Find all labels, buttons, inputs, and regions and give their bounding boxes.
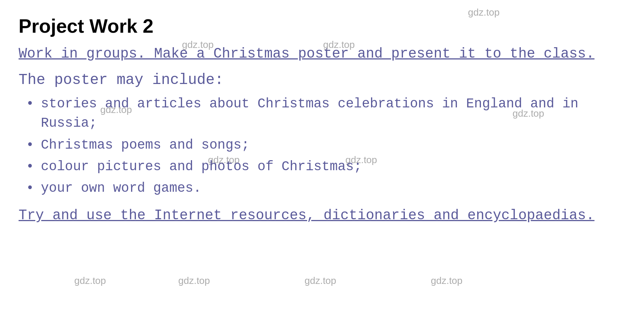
footer-text: Try and use the Internet resources, dict… [19, 206, 625, 225]
bullet-list: stories and articles about Christmas cel… [26, 94, 625, 198]
list-item: Christmas poems and songs; [26, 136, 625, 155]
list-item: your own word games. [26, 179, 625, 198]
page-title: Project Work 2 [19, 15, 625, 37]
list-item: stories and articles about Christmas cel… [26, 94, 625, 133]
poster-intro: The poster may include: [19, 72, 625, 88]
watermark-8: gdz.top [74, 275, 106, 287]
watermark-10: gdz.top [305, 275, 336, 287]
watermark-9: gdz.top [178, 275, 210, 287]
list-item: colour pictures and photos of Christmas; [26, 157, 625, 177]
watermark-11: gdz.top [431, 275, 462, 287]
page-container: gdz.top gdz.top gdz.top gdz.top gdz.top … [0, 0, 644, 330]
instruction-text: Work in groups. Make a Christmas poster … [19, 44, 625, 64]
